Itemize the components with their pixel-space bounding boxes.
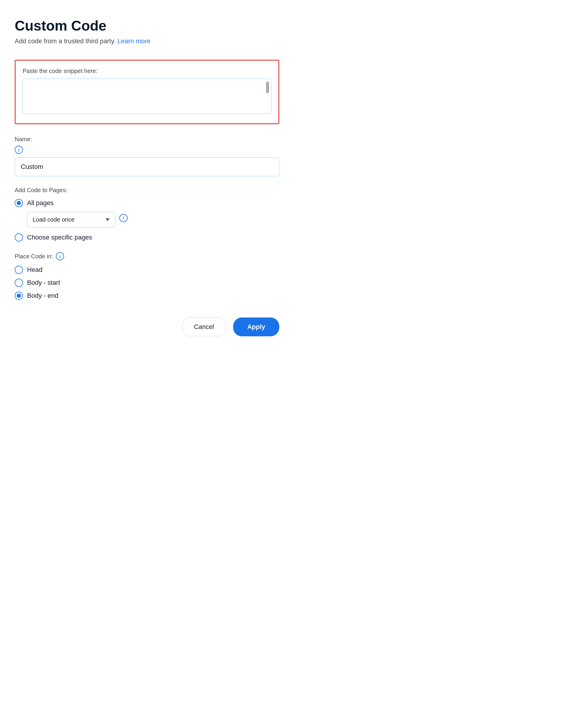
code-snippet-section: Paste the code snippet here: xyxy=(15,60,279,124)
name-label: Name: xyxy=(15,136,279,143)
radio-specific-pages-label: Choose specific pages xyxy=(27,234,92,241)
code-snippet-label: Paste the code snippet here: xyxy=(23,68,271,75)
place-code-info-icon: i xyxy=(56,252,64,260)
subtitle-text: Add code from a trusted third party. xyxy=(15,37,115,45)
learn-more-link[interactable]: Learn more xyxy=(117,37,150,45)
page-title: Custom Code xyxy=(15,18,279,34)
name-info-icon: i xyxy=(15,146,23,154)
radio-row-specific-pages[interactable]: Choose specific pages xyxy=(15,233,279,242)
add-code-label: Add Code to Pages: xyxy=(15,187,279,194)
radio-row-all-pages[interactable]: All pages xyxy=(15,199,279,207)
apply-button[interactable]: Apply xyxy=(233,318,279,336)
load-code-dropdown-value: Load code once xyxy=(33,216,75,223)
scrollbar-thumb xyxy=(266,81,269,93)
code-textarea-wrapper xyxy=(23,79,271,115)
radio-all-pages[interactable] xyxy=(15,199,23,207)
radio-row-body-end[interactable]: Body - end xyxy=(15,292,279,300)
place-code-label-text: Place Code in: xyxy=(15,253,53,260)
footer-buttons: Cancel Apply xyxy=(15,318,279,336)
name-section: Name: i xyxy=(15,136,279,176)
chevron-down-icon xyxy=(106,218,110,221)
radio-body-start-label: Body - start xyxy=(27,279,60,286)
load-code-row: Load code once i xyxy=(27,212,279,227)
radio-body-start[interactable] xyxy=(15,279,23,287)
place-code-section: Place Code in: i Head Body - start Body … xyxy=(15,252,279,300)
radio-specific-pages[interactable] xyxy=(15,233,23,242)
radio-head-label: Head xyxy=(27,266,43,274)
radio-body-end[interactable] xyxy=(15,292,23,300)
radio-body-end-label: Body - end xyxy=(27,292,58,300)
radio-row-head[interactable]: Head xyxy=(15,266,279,274)
code-snippet-input[interactable] xyxy=(23,79,271,114)
add-code-section: Add Code to Pages: All pages Load code o… xyxy=(15,187,279,242)
load-code-dropdown[interactable]: Load code once xyxy=(27,212,115,227)
load-code-info-icon: i xyxy=(119,214,128,222)
radio-row-body-start[interactable]: Body - start xyxy=(15,279,279,287)
cancel-button[interactable]: Cancel xyxy=(182,318,226,336)
page-subtitle: Add code from a trusted third party. Lea… xyxy=(15,37,279,45)
name-input[interactable] xyxy=(15,157,279,176)
radio-head[interactable] xyxy=(15,266,23,274)
place-code-label: Place Code in: i xyxy=(15,252,279,260)
radio-all-pages-label: All pages xyxy=(27,199,54,207)
